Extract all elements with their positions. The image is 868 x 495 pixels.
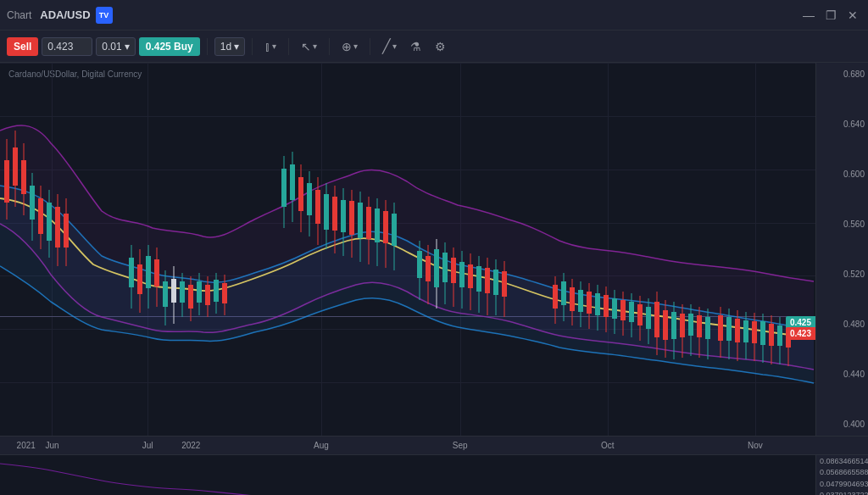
svg-rect-109 (629, 302, 634, 322)
separator-1 (207, 38, 208, 55)
timeframe-dropdown[interactable]: 1d ▾ (214, 37, 245, 56)
svg-rect-115 (654, 302, 659, 337)
svg-rect-85 (485, 268, 490, 293)
price-tick-6: 0.480 (820, 320, 865, 329)
oscillator-line (0, 464, 814, 495)
indicators-button[interactable]: ⫿▾ (259, 36, 281, 57)
svg-rect-123 (688, 314, 693, 336)
svg-rect-81 (468, 264, 473, 288)
svg-rect-23 (154, 259, 159, 286)
time-label-aug: Aug (314, 441, 329, 450)
chart-svg (0, 63, 815, 436)
sub-chart: 0.0863466514 0.0568665588 0.0479904693 0… (0, 454, 868, 495)
svg-rect-29 (180, 281, 185, 303)
sub-chart-svg (0, 455, 815, 495)
draw-button[interactable]: ╱▾ (377, 35, 402, 58)
svg-rect-7 (30, 186, 35, 220)
svg-rect-19 (137, 264, 142, 294)
svg-rect-87 (493, 270, 498, 295)
svg-rect-3 (13, 147, 18, 186)
svg-rect-119 (671, 312, 676, 339)
svg-rect-63 (375, 209, 380, 242)
time-label-sep: Sep (453, 441, 468, 450)
svg-rect-1 (4, 160, 9, 203)
svg-rect-131 (726, 317, 732, 341)
chart-title-label: Chart (7, 9, 31, 21)
svg-rect-99 (587, 292, 592, 314)
svg-rect-51 (324, 194, 329, 230)
restore-button[interactable]: ❐ (822, 7, 839, 24)
time-axis: Jun 2021 Jul 2022 Aug Sep Oct Nov (0, 436, 868, 454)
close-button[interactable]: ✕ (844, 7, 861, 24)
minimize-button[interactable]: — (800, 7, 817, 24)
sub-scale-2: 0.0568665588 (820, 468, 865, 476)
svg-rect-61 (366, 207, 371, 239)
svg-rect-139 (760, 321, 765, 345)
sub-scale-3: 0.0479904693 (820, 480, 865, 488)
sell-button[interactable]: Sell (7, 37, 38, 56)
svg-rect-53 (332, 197, 337, 231)
time-label-jul: Jul (142, 441, 153, 450)
svg-rect-117 (663, 310, 668, 340)
svg-rect-65 (383, 211, 388, 243)
price-tick-5: 0.520 (820, 270, 865, 279)
svg-rect-57 (349, 201, 354, 235)
svg-rect-31 (188, 285, 193, 309)
crosshair-button[interactable]: ⊕▾ (337, 36, 363, 57)
svg-rect-135 (743, 320, 748, 342)
svg-rect-37 (214, 280, 219, 302)
svg-rect-59 (358, 203, 363, 238)
toolbar: Sell 0.01 ▾ 0.425 Buy 1d ▾ ⫿▾ ↖▾ ⊕▾ ╱▾ ⚗… (0, 31, 868, 63)
svg-rect-21 (146, 256, 151, 288)
bid-price-label: 0.423 (786, 327, 815, 340)
header-bar: Chart ADA/USD TV — ❐ ✕ (0, 0, 868, 31)
sub-scale-4: 0.0379123722 (820, 491, 865, 495)
svg-rect-55 (341, 200, 346, 232)
price-tick-4: 0.560 (820, 220, 865, 229)
separator-2 (252, 38, 253, 55)
time-label-nov: Nov (748, 441, 763, 450)
separator-4 (329, 38, 330, 55)
svg-rect-49 (315, 190, 320, 224)
svg-rect-141 (769, 324, 774, 346)
sub-chart-scale: 0.0863466514 0.0568665588 0.0479904693 0… (815, 455, 868, 495)
svg-rect-101 (595, 293, 600, 315)
svg-rect-121 (680, 314, 685, 337)
main-chart: Cardano/USDollar, Digital Currency (0, 63, 868, 436)
svg-rect-5 (21, 160, 26, 194)
svg-rect-71 (426, 256, 431, 281)
svg-rect-125 (697, 315, 702, 337)
svg-rect-79 (459, 262, 465, 287)
time-label-jun: Jun (45, 441, 58, 450)
buy-button[interactable]: 0.425 Buy (139, 37, 200, 56)
settings-button[interactable]: ⚙ (430, 36, 451, 57)
svg-rect-35 (205, 285, 210, 305)
svg-rect-47 (307, 183, 312, 215)
svg-rect-91 (553, 285, 558, 309)
symbol-label: ADA/USD (40, 8, 90, 21)
svg-rect-13 (55, 207, 60, 248)
svg-rect-77 (451, 258, 456, 283)
svg-rect-107 (620, 300, 626, 320)
svg-rect-73 (434, 249, 439, 287)
increment-dropdown[interactable]: 0.01 ▾ (96, 37, 135, 56)
tv-icon[interactable]: TV (96, 7, 113, 24)
svg-rect-143 (777, 325, 782, 346)
cursor-button[interactable]: ↖▾ (296, 36, 322, 57)
price-tick-3: 0.600 (820, 170, 865, 179)
svg-rect-41 (281, 169, 287, 207)
svg-rect-111 (637, 304, 643, 325)
svg-rect-83 (476, 266, 481, 292)
flask-button[interactable]: ⚗ (405, 36, 426, 57)
time-label-oct: Oct (601, 441, 615, 450)
separator-5 (370, 38, 370, 55)
svg-rect-97 (578, 290, 583, 312)
svg-rect-9 (38, 198, 43, 234)
svg-rect-95 (570, 287, 575, 311)
sell-price-input[interactable] (42, 37, 92, 56)
time-label-2021: 2021 (17, 441, 36, 450)
svg-rect-45 (298, 177, 303, 211)
time-label-2022: 2022 (181, 441, 200, 450)
svg-rect-133 (735, 319, 740, 342)
svg-rect-33 (197, 281, 202, 303)
